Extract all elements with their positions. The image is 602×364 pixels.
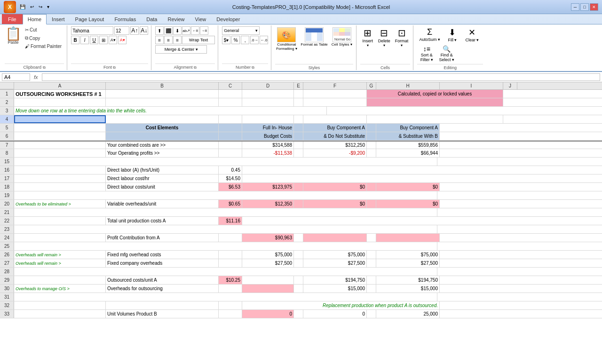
copy-button[interactable]: ⧉ Copy <box>23 34 64 42</box>
number-format-dropdown[interactable]: General▾ <box>222 26 260 35</box>
cell-E6[interactable] <box>294 132 303 140</box>
cell-B33[interactable]: Unit Volumes Product B <box>106 310 219 318</box>
cell-C30[interactable] <box>219 285 242 293</box>
cell-row23[interactable] <box>14 225 437 233</box>
font-shrink-btn[interactable]: A↓ <box>140 26 148 35</box>
cell-B16[interactable]: Direct labor (A) (hrs/Unit) <box>106 166 219 174</box>
comma-btn[interactable]: , <box>241 36 249 44</box>
fill-color-button[interactable]: A▾ <box>109 36 117 44</box>
cell-E20[interactable] <box>294 200 303 208</box>
cell-A30[interactable]: Overheads to manage O/S > <box>14 285 106 293</box>
cell-row19[interactable] <box>14 191 437 199</box>
cell-C16[interactable]: 0.45 <box>219 166 242 174</box>
tab-formulas[interactable]: Formulas <box>109 14 141 24</box>
tab-insert[interactable]: Insert <box>47 14 70 24</box>
cell-F2[interactable] <box>303 98 367 106</box>
cell-G5[interactable] <box>367 124 376 132</box>
cell-C6[interactable] <box>219 132 242 140</box>
cell-A29[interactable] <box>14 276 106 284</box>
cell-D32[interactable]: Replacement production when product A is… <box>242 301 440 309</box>
cell-E7[interactable] <box>294 142 303 149</box>
cell-H27[interactable]: $27,500 <box>376 259 440 267</box>
autosum-btn[interactable]: Σ AutoSum ▾ <box>417 26 442 43</box>
cell-C26[interactable] <box>219 251 242 259</box>
cell-E2[interactable] <box>294 98 303 106</box>
cell-reference-box[interactable] <box>2 73 30 81</box>
format-painter-button[interactable]: 🖌 Format Painter <box>23 43 64 50</box>
align-left-btn[interactable]: ≡ <box>155 36 164 44</box>
cell-E24[interactable] <box>294 234 303 242</box>
cell-D6[interactable]: Budget Costs <box>242 132 294 140</box>
cell-H33[interactable]: 25,000 <box>376 310 440 318</box>
tab-view[interactable]: View <box>190 14 212 24</box>
col-header-I[interactable]: I <box>440 82 503 89</box>
cell-F27[interactable]: $27,500 <box>303 259 367 267</box>
cut-button[interactable]: ✂ Cut <box>23 26 64 33</box>
cell-D33[interactable]: 0 <box>242 310 294 318</box>
cell-F4[interactable] <box>303 115 367 123</box>
cell-C18[interactable]: $6.53 <box>219 183 242 191</box>
cell-A18[interactable] <box>14 183 106 191</box>
cell-G26[interactable] <box>367 251 376 259</box>
cell-F20[interactable]: $0 <box>303 200 367 208</box>
cell-E4[interactable] <box>294 115 303 123</box>
cell-F24[interactable] <box>303 234 367 242</box>
font-grow-btn[interactable]: A↑ <box>130 26 139 35</box>
cell-H18[interactable]: $0 <box>376 183 440 191</box>
cell-H26[interactable]: $75,000 <box>376 251 440 259</box>
save-quick-btn[interactable]: 💾 <box>18 3 27 10</box>
cell-G1[interactable]: Calculated, copied or locked values <box>367 90 503 98</box>
cell-E5[interactable] <box>294 124 303 132</box>
cell-G20[interactable] <box>367 200 376 208</box>
cell-A5[interactable] <box>14 124 106 132</box>
dec-decrease-btn[interactable]: ←.0 <box>260 36 268 44</box>
cell-D4[interactable] <box>242 115 294 123</box>
tab-review[interactable]: Review <box>162 14 190 24</box>
cell-E18[interactable] <box>294 183 303 191</box>
cell-A1[interactable]: OUTSOURCING WORKSHEETS # 1 <box>14 90 106 98</box>
dec-increase-btn[interactable]: .0→ <box>250 36 259 44</box>
cell-H6[interactable]: & Substitue With B <box>376 132 440 140</box>
cell-H24[interactable] <box>376 234 440 242</box>
insert-cell-btn[interactable]: ⊞ Insert ▾ <box>360 26 375 48</box>
currency-btn[interactable]: $▾ <box>222 36 230 44</box>
cell-row31[interactable] <box>14 293 437 301</box>
cell-E1[interactable] <box>294 90 303 98</box>
cell-E33[interactable] <box>294 310 303 318</box>
font-color-button[interactable]: A▾ <box>118 36 127 44</box>
cell-C4[interactable] <box>219 115 242 123</box>
cell-A27[interactable]: Overheads will remain > <box>14 259 106 267</box>
cell-D26[interactable]: $75,000 <box>242 251 294 259</box>
cell-D1[interactable] <box>242 90 294 98</box>
cell-C32[interactable] <box>219 301 242 309</box>
cell-B18[interactable]: Direct labour costs/unit <box>106 183 219 191</box>
col-header-C[interactable]: C <box>219 82 242 89</box>
cell-row28[interactable] <box>14 268 437 276</box>
cell-D27[interactable]: $27,500 <box>242 259 294 267</box>
cell-B4[interactable] <box>106 115 219 123</box>
cell-B32[interactable] <box>106 301 219 309</box>
cell-F26[interactable]: $75,000 <box>303 251 367 259</box>
font-name-input[interactable] <box>71 26 113 35</box>
cell-B6[interactable] <box>106 132 219 140</box>
cell-A16[interactable] <box>14 166 106 174</box>
cell-G7[interactable] <box>367 142 376 149</box>
cell-G18[interactable] <box>367 183 376 191</box>
col-header-A[interactable]: A <box>14 82 106 89</box>
cell-H20[interactable]: $0 <box>376 200 440 208</box>
undo-quick-btn[interactable]: ↩ <box>28 3 36 10</box>
bold-button[interactable]: B <box>71 36 79 44</box>
cell-D18[interactable]: $123,975 <box>242 183 294 191</box>
border-button[interactable]: ⊞ <box>99 36 108 44</box>
cell-A3[interactable]: Move down one row at a time entering dat… <box>14 107 327 115</box>
close-btn[interactable]: ✕ <box>590 3 598 11</box>
merge-center-btn[interactable]: Merge & Center ▾ <box>155 45 207 54</box>
cell-F30[interactable]: $15,000 <box>303 285 367 293</box>
cell-E29[interactable] <box>294 276 303 284</box>
cell-B20[interactable]: Variable overheads/unit <box>106 200 219 208</box>
cell-C20[interactable]: $0.65 <box>219 200 242 208</box>
tab-file[interactable]: File <box>2 14 23 24</box>
cell-G24[interactable] <box>367 234 376 242</box>
cell-D5[interactable]: Full In- House <box>242 124 294 132</box>
cell-D8[interactable]: -$11,538 <box>242 149 294 157</box>
